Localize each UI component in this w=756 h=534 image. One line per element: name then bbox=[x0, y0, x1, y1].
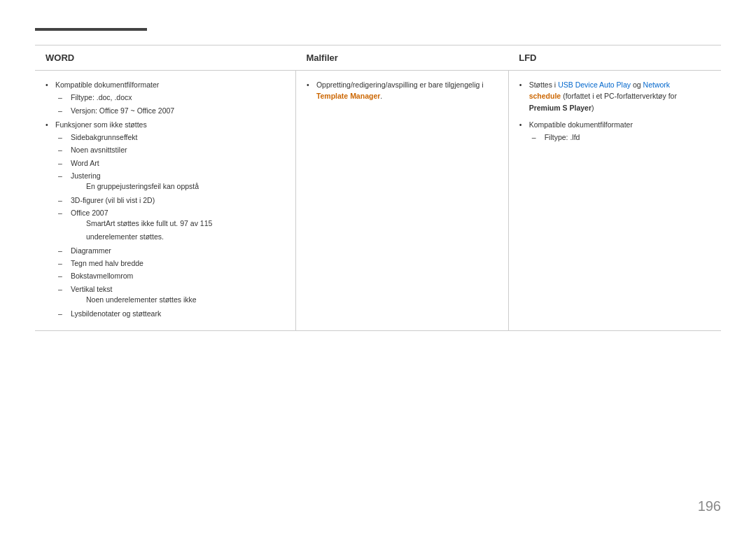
word-sub-tegn: Tegn med halv bredde bbox=[58, 258, 285, 269]
page-container: WORD Malfiler LFD Kompatible dokumentfil… bbox=[0, 0, 756, 534]
word-sub-sidebakgrunn: Sidebakgrunnseffekt bbox=[58, 132, 285, 143]
word-sub-item-versjon: Versjon: Office 97 ~ Office 2007 bbox=[58, 105, 285, 116]
word-item-1: Kompatible dokumentfilformater Filtype: … bbox=[46, 79, 285, 116]
word-cell: Kompatible dokumentfilformater Filtype: … bbox=[35, 71, 295, 331]
lfd-item-2: Kompatible dokumentfilformater Filtype: … bbox=[519, 119, 710, 143]
word-sub-office2007: Office 2007 SmartArt støttes ikke fullt … bbox=[58, 207, 285, 243]
word-sub-list-2: Sidebakgrunnseffekt Noen avsnittstiler W… bbox=[58, 132, 285, 319]
header-word: WORD bbox=[35, 45, 295, 71]
lfd-item-1: Støttes i USB Device Auto Play og Networ… bbox=[519, 79, 710, 113]
word-sub-vertikal-note: Noen underelementer støttes ikke bbox=[71, 295, 285, 306]
header-malfiler: Malfiler bbox=[295, 45, 508, 71]
word-item-2: Funksjoner som ikke støttes Sidebakgrunn… bbox=[46, 119, 285, 319]
word-sub-item-filtype: Filtype: .doc, .docx bbox=[58, 92, 285, 103]
header-lfd: LFD bbox=[508, 45, 721, 71]
malfiler-item-1: Oppretting/redigering/avspilling er bare… bbox=[307, 79, 498, 102]
lfd-cell: Støttes i USB Device Auto Play og Networ… bbox=[508, 71, 721, 331]
lfd-sub-filtype: Filtype: .lfd bbox=[532, 132, 710, 143]
word-sub-lysbilder: Lysbildenotater og støtteark bbox=[58, 308, 285, 319]
word-sub-office2007-note2: underelementer støttes. bbox=[71, 232, 285, 243]
malfiler-main-list: Oppretting/redigering/avspilling er bare… bbox=[307, 79, 498, 102]
word-sub-justering-note: En gruppejusteringsfeil kan oppstå bbox=[71, 181, 285, 192]
word-sub-office2007-note1: SmartArt støttes ikke fullt ut. 97 av 11… bbox=[71, 218, 285, 230]
word-sub-avsnittstiler: Noen avsnittstiler bbox=[58, 144, 285, 155]
word-sub-diagrammer: Diagrammer bbox=[58, 245, 285, 256]
word-sub-3d: 3D-figurer (vil bli vist i 2D) bbox=[58, 195, 285, 206]
usb-device-link: USB Device Auto Play bbox=[558, 80, 631, 89]
malfiler-cell: Oppretting/redigering/avspilling er bare… bbox=[295, 71, 508, 331]
main-table: WORD Malfiler LFD Kompatible dokumentfil… bbox=[35, 45, 721, 331]
schedule-link: schedule bbox=[529, 92, 561, 100]
word-sub-wordart: Word Art bbox=[58, 157, 285, 169]
word-sub-bokstav: Bokstavmellomrom bbox=[58, 270, 285, 281]
lfd-sub-list: Filtype: .lfd bbox=[532, 132, 710, 143]
network-link: Network bbox=[643, 80, 671, 89]
word-sub-justering: Justering En gruppejusteringsfeil kan op… bbox=[58, 170, 285, 192]
top-bar-decoration bbox=[35, 28, 147, 31]
page-number: 196 bbox=[698, 498, 721, 514]
word-sub-vertikal: Vertikal tekst Noen underelementer støtt… bbox=[58, 283, 285, 306]
template-manager-link: Template Manager bbox=[316, 92, 380, 100]
word-main-list: Kompatible dokumentfilformater Filtype: … bbox=[46, 79, 285, 319]
lfd-main-list: Støttes i USB Device Auto Play og Networ… bbox=[519, 79, 710, 143]
word-sub-list-1: Filtype: .doc, .docx Versjon: Office 97 … bbox=[58, 92, 285, 116]
premium-s-player-text: Premium S Player bbox=[529, 104, 592, 112]
